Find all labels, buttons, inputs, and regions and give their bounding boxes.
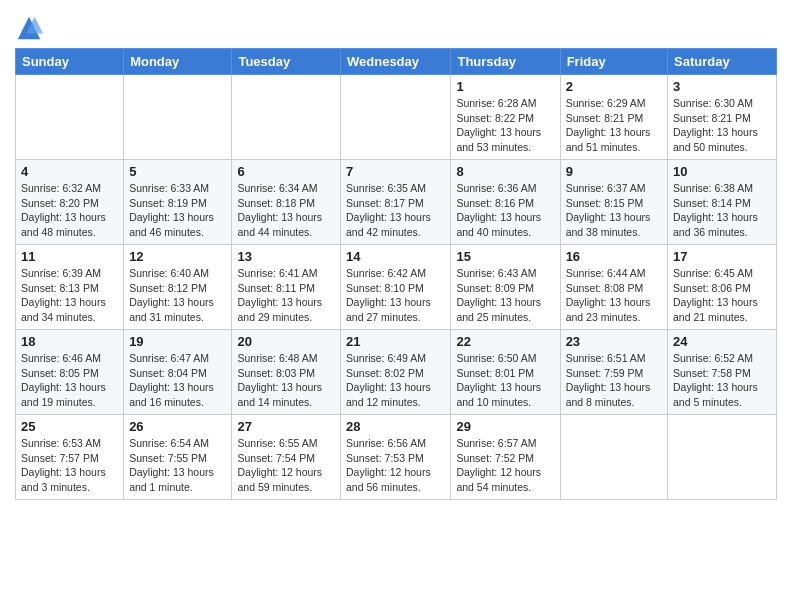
day-number: 5 xyxy=(129,164,226,179)
calendar-week-2: 4Sunrise: 6:32 AM Sunset: 8:20 PM Daylig… xyxy=(16,160,777,245)
calendar-cell: 18Sunrise: 6:46 AM Sunset: 8:05 PM Dayli… xyxy=(16,330,124,415)
weekday-header-saturday: Saturday xyxy=(668,49,777,75)
day-number: 7 xyxy=(346,164,445,179)
calendar-cell: 22Sunrise: 6:50 AM Sunset: 8:01 PM Dayli… xyxy=(451,330,560,415)
day-number: 23 xyxy=(566,334,662,349)
day-info: Sunrise: 6:50 AM Sunset: 8:01 PM Dayligh… xyxy=(456,351,554,410)
day-number: 2 xyxy=(566,79,662,94)
day-number: 27 xyxy=(237,419,335,434)
day-info: Sunrise: 6:54 AM Sunset: 7:55 PM Dayligh… xyxy=(129,436,226,495)
logo-icon xyxy=(15,14,43,42)
day-info: Sunrise: 6:52 AM Sunset: 7:58 PM Dayligh… xyxy=(673,351,771,410)
day-number: 20 xyxy=(237,334,335,349)
day-info: Sunrise: 6:37 AM Sunset: 8:15 PM Dayligh… xyxy=(566,181,662,240)
day-number: 24 xyxy=(673,334,771,349)
day-number: 26 xyxy=(129,419,226,434)
calendar-cell: 12Sunrise: 6:40 AM Sunset: 8:12 PM Dayli… xyxy=(124,245,232,330)
day-info: Sunrise: 6:43 AM Sunset: 8:09 PM Dayligh… xyxy=(456,266,554,325)
day-number: 8 xyxy=(456,164,554,179)
calendar-cell xyxy=(560,415,667,500)
day-info: Sunrise: 6:45 AM Sunset: 8:06 PM Dayligh… xyxy=(673,266,771,325)
day-info: Sunrise: 6:38 AM Sunset: 8:14 PM Dayligh… xyxy=(673,181,771,240)
calendar-cell xyxy=(16,75,124,160)
day-number: 4 xyxy=(21,164,118,179)
calendar: SundayMondayTuesdayWednesdayThursdayFrid… xyxy=(15,48,777,500)
day-info: Sunrise: 6:41 AM Sunset: 8:11 PM Dayligh… xyxy=(237,266,335,325)
day-info: Sunrise: 6:46 AM Sunset: 8:05 PM Dayligh… xyxy=(21,351,118,410)
day-info: Sunrise: 6:42 AM Sunset: 8:10 PM Dayligh… xyxy=(346,266,445,325)
day-number: 29 xyxy=(456,419,554,434)
calendar-cell: 29Sunrise: 6:57 AM Sunset: 7:52 PM Dayli… xyxy=(451,415,560,500)
day-number: 12 xyxy=(129,249,226,264)
day-number: 19 xyxy=(129,334,226,349)
calendar-cell: 2Sunrise: 6:29 AM Sunset: 8:21 PM Daylig… xyxy=(560,75,667,160)
calendar-week-1: 1Sunrise: 6:28 AM Sunset: 8:22 PM Daylig… xyxy=(16,75,777,160)
calendar-cell: 14Sunrise: 6:42 AM Sunset: 8:10 PM Dayli… xyxy=(341,245,451,330)
day-info: Sunrise: 6:44 AM Sunset: 8:08 PM Dayligh… xyxy=(566,266,662,325)
calendar-cell: 3Sunrise: 6:30 AM Sunset: 8:21 PM Daylig… xyxy=(668,75,777,160)
calendar-cell: 26Sunrise: 6:54 AM Sunset: 7:55 PM Dayli… xyxy=(124,415,232,500)
day-number: 28 xyxy=(346,419,445,434)
day-info: Sunrise: 6:28 AM Sunset: 8:22 PM Dayligh… xyxy=(456,96,554,155)
calendar-cell: 23Sunrise: 6:51 AM Sunset: 7:59 PM Dayli… xyxy=(560,330,667,415)
calendar-week-4: 18Sunrise: 6:46 AM Sunset: 8:05 PM Dayli… xyxy=(16,330,777,415)
day-number: 17 xyxy=(673,249,771,264)
calendar-cell: 1Sunrise: 6:28 AM Sunset: 8:22 PM Daylig… xyxy=(451,75,560,160)
day-info: Sunrise: 6:55 AM Sunset: 7:54 PM Dayligh… xyxy=(237,436,335,495)
calendar-cell: 21Sunrise: 6:49 AM Sunset: 8:02 PM Dayli… xyxy=(341,330,451,415)
weekday-header-friday: Friday xyxy=(560,49,667,75)
weekday-header-sunday: Sunday xyxy=(16,49,124,75)
weekday-header-thursday: Thursday xyxy=(451,49,560,75)
calendar-cell: 19Sunrise: 6:47 AM Sunset: 8:04 PM Dayli… xyxy=(124,330,232,415)
day-number: 15 xyxy=(456,249,554,264)
calendar-cell: 9Sunrise: 6:37 AM Sunset: 8:15 PM Daylig… xyxy=(560,160,667,245)
day-number: 25 xyxy=(21,419,118,434)
calendar-cell: 15Sunrise: 6:43 AM Sunset: 8:09 PM Dayli… xyxy=(451,245,560,330)
day-number: 18 xyxy=(21,334,118,349)
calendar-cell: 8Sunrise: 6:36 AM Sunset: 8:16 PM Daylig… xyxy=(451,160,560,245)
calendar-cell: 4Sunrise: 6:32 AM Sunset: 8:20 PM Daylig… xyxy=(16,160,124,245)
calendar-cell xyxy=(124,75,232,160)
day-info: Sunrise: 6:36 AM Sunset: 8:16 PM Dayligh… xyxy=(456,181,554,240)
calendar-header-row: SundayMondayTuesdayWednesdayThursdayFrid… xyxy=(16,49,777,75)
calendar-week-5: 25Sunrise: 6:53 AM Sunset: 7:57 PM Dayli… xyxy=(16,415,777,500)
day-number: 10 xyxy=(673,164,771,179)
day-info: Sunrise: 6:30 AM Sunset: 8:21 PM Dayligh… xyxy=(673,96,771,155)
day-number: 22 xyxy=(456,334,554,349)
day-info: Sunrise: 6:56 AM Sunset: 7:53 PM Dayligh… xyxy=(346,436,445,495)
day-number: 9 xyxy=(566,164,662,179)
weekday-header-wednesday: Wednesday xyxy=(341,49,451,75)
day-info: Sunrise: 6:53 AM Sunset: 7:57 PM Dayligh… xyxy=(21,436,118,495)
day-number: 14 xyxy=(346,249,445,264)
day-info: Sunrise: 6:49 AM Sunset: 8:02 PM Dayligh… xyxy=(346,351,445,410)
day-info: Sunrise: 6:35 AM Sunset: 8:17 PM Dayligh… xyxy=(346,181,445,240)
day-info: Sunrise: 6:34 AM Sunset: 8:18 PM Dayligh… xyxy=(237,181,335,240)
calendar-cell: 16Sunrise: 6:44 AM Sunset: 8:08 PM Dayli… xyxy=(560,245,667,330)
day-info: Sunrise: 6:48 AM Sunset: 8:03 PM Dayligh… xyxy=(237,351,335,410)
calendar-cell: 25Sunrise: 6:53 AM Sunset: 7:57 PM Dayli… xyxy=(16,415,124,500)
day-number: 6 xyxy=(237,164,335,179)
day-number: 13 xyxy=(237,249,335,264)
calendar-cell: 20Sunrise: 6:48 AM Sunset: 8:03 PM Dayli… xyxy=(232,330,341,415)
calendar-cell xyxy=(668,415,777,500)
logo xyxy=(15,14,47,42)
calendar-cell: 6Sunrise: 6:34 AM Sunset: 8:18 PM Daylig… xyxy=(232,160,341,245)
weekday-header-tuesday: Tuesday xyxy=(232,49,341,75)
day-info: Sunrise: 6:33 AM Sunset: 8:19 PM Dayligh… xyxy=(129,181,226,240)
calendar-cell: 10Sunrise: 6:38 AM Sunset: 8:14 PM Dayli… xyxy=(668,160,777,245)
day-info: Sunrise: 6:57 AM Sunset: 7:52 PM Dayligh… xyxy=(456,436,554,495)
calendar-week-3: 11Sunrise: 6:39 AM Sunset: 8:13 PM Dayli… xyxy=(16,245,777,330)
calendar-cell xyxy=(341,75,451,160)
calendar-cell: 17Sunrise: 6:45 AM Sunset: 8:06 PM Dayli… xyxy=(668,245,777,330)
day-number: 11 xyxy=(21,249,118,264)
calendar-cell: 11Sunrise: 6:39 AM Sunset: 8:13 PM Dayli… xyxy=(16,245,124,330)
calendar-cell: 27Sunrise: 6:55 AM Sunset: 7:54 PM Dayli… xyxy=(232,415,341,500)
calendar-cell: 28Sunrise: 6:56 AM Sunset: 7:53 PM Dayli… xyxy=(341,415,451,500)
day-info: Sunrise: 6:39 AM Sunset: 8:13 PM Dayligh… xyxy=(21,266,118,325)
day-info: Sunrise: 6:51 AM Sunset: 7:59 PM Dayligh… xyxy=(566,351,662,410)
page: SundayMondayTuesdayWednesdayThursdayFrid… xyxy=(0,0,792,510)
day-number: 3 xyxy=(673,79,771,94)
day-info: Sunrise: 6:32 AM Sunset: 8:20 PM Dayligh… xyxy=(21,181,118,240)
day-info: Sunrise: 6:29 AM Sunset: 8:21 PM Dayligh… xyxy=(566,96,662,155)
day-info: Sunrise: 6:47 AM Sunset: 8:04 PM Dayligh… xyxy=(129,351,226,410)
